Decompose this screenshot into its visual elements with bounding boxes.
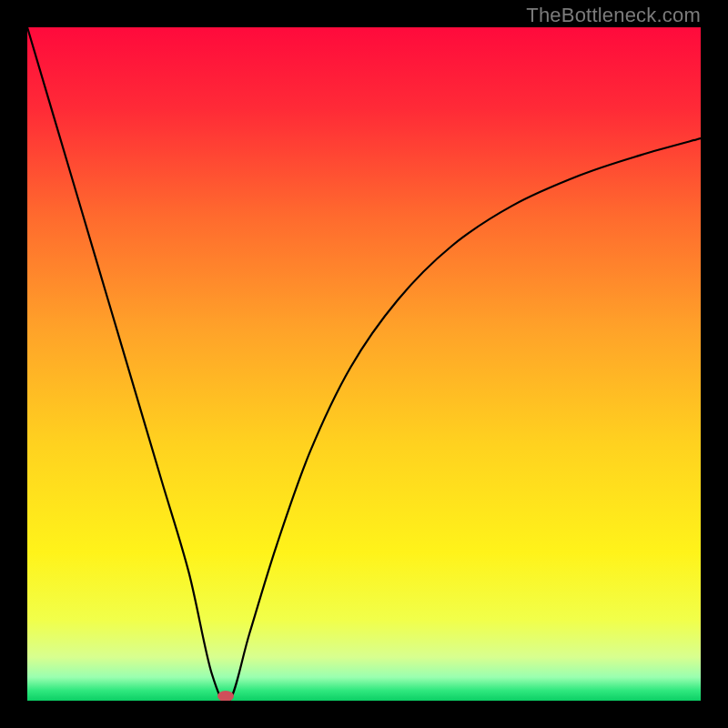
curve-layer xyxy=(27,27,701,701)
watermark-text: TheBottleneck.com xyxy=(526,4,701,27)
bottleneck-curve xyxy=(27,27,701,701)
chart-stage: TheBottleneck.com xyxy=(0,0,728,728)
plot-area xyxy=(27,27,701,701)
